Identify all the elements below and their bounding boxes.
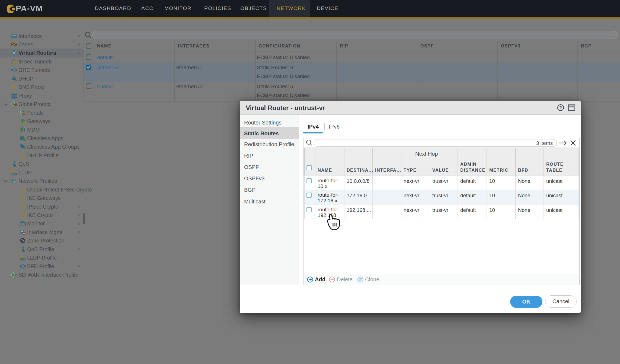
svg-text:DNS: DNS [11,84,16,87]
svg-text:?: ? [559,106,562,110]
